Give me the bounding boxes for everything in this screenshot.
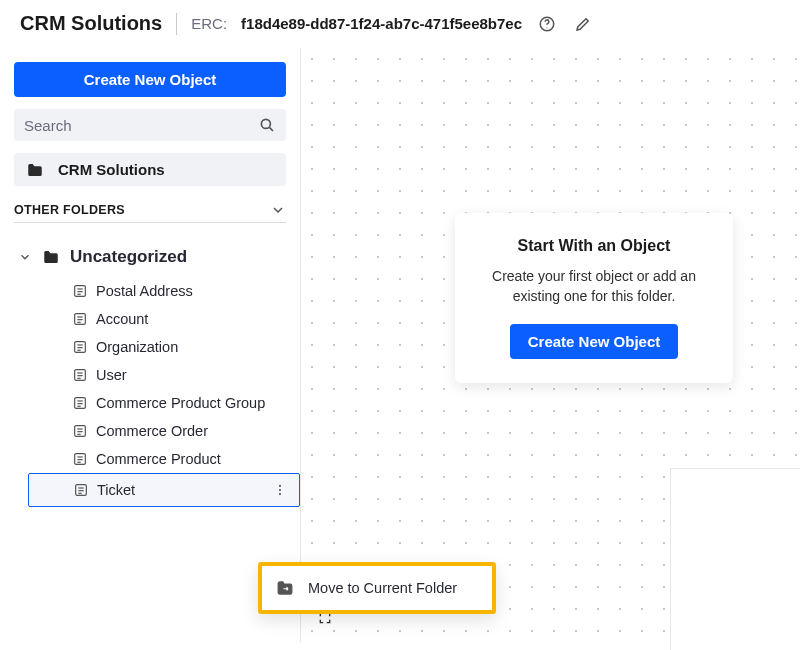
tree-item-label: Account [96, 311, 148, 327]
right-panel-placeholder [670, 468, 800, 650]
edit-icon[interactable] [572, 13, 594, 35]
divider [176, 13, 177, 35]
folder-tree: Uncategorized Postal AddressAccountOrgan… [14, 241, 286, 507]
start-card-body: Create your first object or add an exist… [477, 267, 711, 306]
start-card-title: Start With an Object [477, 237, 711, 255]
tree-item[interactable]: Ticket [28, 473, 300, 507]
folder-icon [42, 249, 60, 265]
erc-label: ERC: [191, 15, 227, 32]
object-icon [72, 283, 88, 299]
chevron-down-icon [270, 202, 286, 218]
svg-point-38 [279, 493, 281, 495]
tree-item[interactable]: User [70, 361, 300, 389]
tree-item[interactable]: Account [70, 305, 300, 333]
page-header: CRM Solutions ERC: f18d4e89-dd87-1f24-ab… [0, 0, 800, 48]
tree-folder-label: Uncategorized [70, 247, 187, 267]
object-icon [73, 482, 89, 498]
search-input[interactable] [24, 117, 258, 134]
object-icon [72, 311, 88, 327]
svg-point-37 [279, 489, 281, 491]
object-icon [72, 339, 88, 355]
current-folder-name: CRM Solutions [58, 161, 165, 178]
tree-item[interactable]: Commerce Product [70, 445, 300, 473]
current-folder-pill[interactable]: CRM Solutions [14, 153, 286, 186]
search-field[interactable] [14, 109, 286, 141]
tree-folder-uncategorized[interactable]: Uncategorized [14, 241, 286, 273]
svg-line-3 [270, 128, 273, 131]
svg-point-2 [261, 119, 270, 128]
context-menu-item-label: Move to Current Folder [308, 580, 457, 596]
tree-item-label: Organization [96, 339, 178, 355]
start-card-create-button[interactable]: Create New Object [510, 324, 679, 359]
svg-point-1 [546, 27, 547, 28]
more-actions-icon[interactable] [271, 480, 289, 500]
help-icon[interactable] [536, 13, 558, 35]
tree-item[interactable]: Organization [70, 333, 300, 361]
erc-value: f18d4e89-dd87-1f24-ab7c-471f5ee8b7ec [241, 15, 522, 32]
search-icon [258, 116, 276, 134]
tree-item-label: Ticket [97, 482, 135, 498]
tree-item[interactable]: Postal Address [70, 277, 300, 305]
tree-item-label: Commerce Order [96, 423, 208, 439]
tree-items: Postal AddressAccountOrganizationUserCom… [70, 277, 300, 507]
tree-item-label: Postal Address [96, 283, 193, 299]
create-object-button[interactable]: Create New Object [14, 62, 286, 97]
object-icon [72, 395, 88, 411]
svg-point-36 [279, 485, 281, 487]
object-icon [72, 367, 88, 383]
tree-item-label: Commerce Product Group [96, 395, 265, 411]
tree-item-label: Commerce Product [96, 451, 221, 467]
folder-icon [26, 162, 44, 178]
other-folders-header[interactable]: OTHER FOLDERS [14, 198, 286, 223]
chevron-down-icon [18, 250, 32, 264]
tree-item-label: User [96, 367, 127, 383]
tree-item[interactable]: Commerce Order [70, 417, 300, 445]
object-icon [72, 423, 88, 439]
canvas[interactable]: Start With an Object Create your first o… [300, 48, 800, 642]
workspace: Create New Object CRM Solutions OTHER FO… [0, 48, 800, 642]
app-title: CRM Solutions [20, 12, 162, 35]
start-card: Start With an Object Create your first o… [455, 213, 733, 383]
other-folders-label: OTHER FOLDERS [14, 203, 125, 217]
sidebar: Create New Object CRM Solutions OTHER FO… [0, 48, 300, 642]
object-icon [72, 451, 88, 467]
tree-item[interactable]: Commerce Product Group [70, 389, 300, 417]
folder-move-icon [276, 580, 294, 596]
context-menu[interactable]: Move to Current Folder [258, 562, 496, 614]
